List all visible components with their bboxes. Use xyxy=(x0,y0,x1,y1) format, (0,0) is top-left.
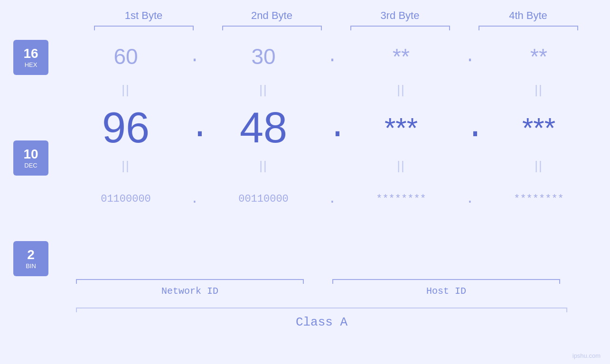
bin-cell-3: ******** xyxy=(337,193,465,205)
network-bracket-left xyxy=(76,279,77,284)
bin-dot-2: . xyxy=(328,192,337,206)
eq1-cell-2: || xyxy=(199,83,328,97)
bin-value-1: 01100000 xyxy=(101,193,151,205)
bin-cell-4: ******** xyxy=(475,193,603,205)
bracket-4-right xyxy=(577,26,578,30)
class-label: Class A xyxy=(62,308,582,329)
bracket-2-line xyxy=(222,26,322,27)
bin-badge: 2 BIN xyxy=(13,241,48,276)
bracket-1 xyxy=(80,22,208,30)
bin-value-2: 00110000 xyxy=(238,193,289,205)
hex-badge-num: 16 xyxy=(23,47,38,61)
bracket-4-line xyxy=(479,26,578,27)
bin-value-4: ******** xyxy=(514,193,564,205)
hex-cell-3: ** xyxy=(337,44,465,69)
byte-label-1: 1st Byte xyxy=(80,9,208,22)
bracket-1-right xyxy=(193,26,194,30)
bottom-section: Network ID Host ID xyxy=(0,279,610,303)
network-id-bracket: Network ID xyxy=(62,279,318,303)
bracket-3-line xyxy=(350,26,450,27)
host-bracket-right xyxy=(559,279,560,284)
badge-column: 16 HEX 10 DEC 2 BIN xyxy=(0,35,62,276)
bracket-2 xyxy=(208,22,336,30)
dec-value-1: 96 xyxy=(102,103,150,152)
dec-value-2: 48 xyxy=(240,103,287,152)
hex-value-3: ** xyxy=(393,44,410,69)
network-id-label: Network ID xyxy=(62,279,318,297)
bracket-3 xyxy=(336,22,464,30)
dec-badge-label: DEC xyxy=(24,162,37,169)
host-bracket-left xyxy=(332,279,333,284)
eq2-sign-2: || xyxy=(259,159,268,173)
watermark: ipshu.com xyxy=(572,352,601,359)
class-bracket-left xyxy=(76,308,77,312)
class-bracket-line xyxy=(76,308,567,308)
hex-badge-label: HEX xyxy=(25,61,38,68)
class-bracket: Class A xyxy=(62,308,582,336)
bytes-grid: 60 . 30 . ** . ** || xyxy=(62,35,610,220)
eq2-sign-1: || xyxy=(122,159,130,173)
network-bracket-right xyxy=(303,279,304,284)
hex-value-1: 60 xyxy=(113,44,138,69)
hex-row: 60 . 30 . ** . ** xyxy=(62,35,610,78)
bin-dot-1: . xyxy=(190,192,199,206)
host-id-bracket: Host ID xyxy=(318,279,574,303)
hex-cell-4: ** xyxy=(475,44,603,69)
bin-row: 01100000 . 00110000 . ******** . *******… xyxy=(62,177,610,220)
dec-badge-num: 10 xyxy=(23,147,38,162)
dec-dot-3: . xyxy=(465,111,475,144)
bin-cell-1: 01100000 xyxy=(62,193,190,205)
dec-dot-1: . xyxy=(190,111,199,144)
byte-label-4: 4th Byte xyxy=(464,9,592,22)
hex-dot-1: . xyxy=(190,47,199,66)
network-bracket-line xyxy=(76,279,304,280)
hex-value-2: 30 xyxy=(251,44,275,69)
eq1-cell-3: || xyxy=(337,83,465,97)
eq2-cell-1: || xyxy=(62,159,190,173)
bin-badge-label: BIN xyxy=(26,262,36,270)
hex-badge: 16 HEX xyxy=(13,40,48,75)
equals-row-2: || || || || xyxy=(62,154,610,177)
bracket-2-left xyxy=(222,26,223,30)
eq1-sign-3: || xyxy=(397,83,405,97)
bracket-2-right xyxy=(321,26,322,30)
hex-value-4: ** xyxy=(530,44,547,69)
bracket-3-right xyxy=(449,26,450,30)
equals-row-1: || || || || xyxy=(62,78,610,102)
bracket-3-left xyxy=(350,26,351,30)
hex-dot-2: . xyxy=(328,47,337,66)
eq2-cell-2: || xyxy=(199,159,328,173)
dec-cell-2: 48 xyxy=(199,103,328,152)
eq1-sign-2: || xyxy=(259,83,268,97)
class-bracket-right xyxy=(566,308,567,312)
main-content: 16 HEX 10 DEC 2 BIN 60 . xyxy=(0,35,610,276)
bin-badge-num: 2 xyxy=(27,248,35,262)
byte-label-3: 3rd Byte xyxy=(336,9,464,22)
dec-dot-2: . xyxy=(328,111,337,144)
dec-cell-4: *** xyxy=(475,112,603,144)
host-bracket-line xyxy=(332,279,560,280)
dec-value-3: *** xyxy=(385,112,418,144)
eq1-sign-1: || xyxy=(122,83,130,97)
bin-dot-3: . xyxy=(465,192,475,206)
eq1-cell-1: || xyxy=(62,83,190,97)
bracket-1-left xyxy=(94,26,95,30)
byte-labels-row: 1st Byte 2nd Byte 3rd Byte 4th Byte xyxy=(0,9,610,22)
byte-label-2: 2nd Byte xyxy=(208,9,336,22)
eq2-sign-4: || xyxy=(535,159,543,173)
bracket-4-left xyxy=(479,26,479,30)
bin-cell-2: 00110000 xyxy=(199,193,328,205)
dec-value-4: *** xyxy=(522,112,555,144)
top-brackets-row xyxy=(0,22,610,30)
dec-row: 96 . 48 . *** . *** xyxy=(62,102,610,154)
host-id-label: Host ID xyxy=(318,279,574,297)
eq2-cell-4: || xyxy=(475,159,603,173)
dec-cell-1: 96 xyxy=(62,103,190,152)
dec-badge: 10 DEC xyxy=(13,140,48,176)
eq1-cell-4: || xyxy=(475,83,603,97)
page-container: 1st Byte 2nd Byte 3rd Byte 4th Byte xyxy=(0,0,610,364)
hex-cell-2: 30 xyxy=(199,44,328,69)
eq1-sign-4: || xyxy=(535,83,543,97)
bracket-4 xyxy=(464,22,592,30)
dec-cell-3: *** xyxy=(337,112,465,144)
